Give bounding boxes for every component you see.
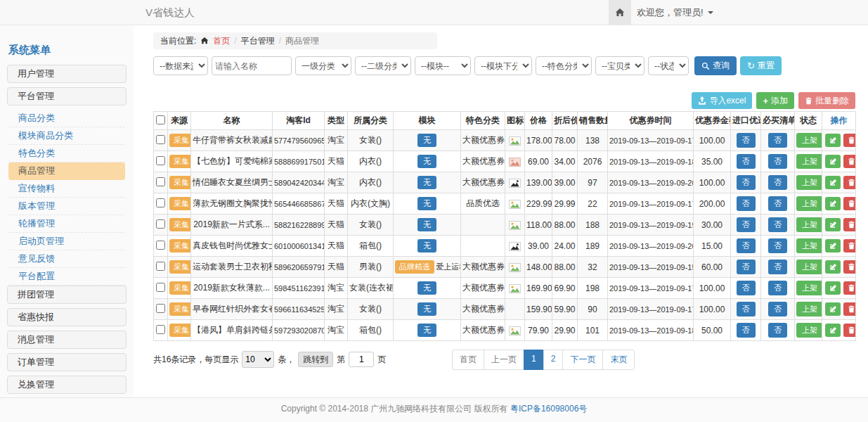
delete-button[interactable]: [843, 302, 856, 316]
row-checkbox[interactable]: [156, 219, 165, 229]
search-button[interactable]: 查询: [694, 56, 737, 75]
mustbuy-toggle-button[interactable]: 否: [768, 323, 787, 338]
import-toggle-button[interactable]: 否: [737, 154, 756, 169]
delete-button[interactable]: [843, 324, 856, 337]
edit-button[interactable]: [825, 134, 841, 147]
sidebar-group[interactable]: 兑换管理: [7, 376, 127, 394]
mustbuy-toggle-button[interactable]: 否: [768, 175, 787, 190]
sidebar-item[interactable]: 商品分类: [8, 110, 125, 127]
filter-select[interactable]: --状态--: [648, 56, 689, 75]
sidebar-item[interactable]: 版本管理: [8, 198, 125, 215]
import-toggle-button[interactable]: 否: [737, 302, 756, 316]
status-button[interactable]: 上架: [796, 133, 822, 148]
edit-button[interactable]: [825, 155, 841, 168]
row-checkbox[interactable]: [156, 283, 165, 292]
edit-button[interactable]: [825, 176, 841, 189]
filter-select[interactable]: --二级分类--: [355, 56, 411, 75]
edit-button[interactable]: [825, 281, 841, 295]
row-checkbox[interactable]: [156, 262, 165, 271]
edit-button[interactable]: [825, 302, 841, 316]
row-checkbox[interactable]: [156, 198, 165, 207]
delete-button[interactable]: [843, 155, 856, 168]
status-button[interactable]: 上架: [796, 260, 822, 274]
row-checkbox[interactable]: [156, 156, 165, 165]
page-button[interactable]: 下一页: [562, 350, 603, 370]
sidebar-item[interactable]: 宣传物料: [8, 180, 125, 198]
sidebar-group[interactable]: 拼团管理: [7, 286, 127, 304]
edit-button[interactable]: [825, 197, 841, 210]
filter-select[interactable]: 一级分类: [295, 56, 351, 75]
delete-button[interactable]: [843, 218, 856, 231]
row-checkbox[interactable]: [156, 135, 165, 144]
page-button[interactable]: 1: [524, 350, 544, 370]
row-checkbox[interactable]: [156, 304, 165, 313]
sidebar-group[interactable]: 用户管理: [7, 65, 127, 83]
import-toggle-button[interactable]: 否: [737, 260, 756, 274]
page-button[interactable]: 2: [543, 350, 564, 370]
page-number-input[interactable]: [349, 352, 374, 367]
import-excel-button[interactable]: 导入excel: [692, 92, 752, 109]
status-button[interactable]: 上架: [796, 154, 822, 169]
import-toggle-button[interactable]: 否: [737, 175, 756, 190]
status-button[interactable]: 上架: [796, 302, 822, 316]
mustbuy-toggle-button[interactable]: 否: [768, 302, 787, 316]
status-button[interactable]: 上架: [796, 175, 822, 190]
edit-button[interactable]: [825, 218, 841, 231]
sidebar-item[interactable]: 意见反馈: [8, 250, 125, 268]
row-checkbox[interactable]: [156, 241, 165, 250]
filter-select[interactable]: --数据来源--: [153, 56, 208, 75]
name-search-input[interactable]: [212, 56, 292, 75]
mustbuy-toggle-button[interactable]: 否: [768, 281, 787, 295]
status-button[interactable]: 上架: [796, 238, 822, 253]
status-button[interactable]: 上架: [796, 281, 822, 295]
import-toggle-button[interactable]: 否: [737, 217, 756, 232]
edit-button[interactable]: [825, 260, 841, 274]
status-button[interactable]: 上架: [796, 323, 822, 338]
filter-select[interactable]: --模块--: [415, 56, 471, 75]
import-toggle-button[interactable]: 否: [737, 133, 756, 148]
home-button[interactable]: [609, 0, 631, 25]
icp-link[interactable]: 粤ICP备16098006号: [510, 404, 587, 414]
sidebar-group[interactable]: 订单管理: [7, 353, 127, 371]
filter-select[interactable]: --模块下分类--: [474, 56, 532, 75]
row-checkbox[interactable]: [156, 325, 165, 334]
add-button[interactable]: + 添加: [756, 92, 794, 109]
reset-button[interactable]: ↻ 重置: [740, 56, 782, 75]
sidebar-group[interactable]: 平台管理: [7, 87, 127, 106]
row-checkbox[interactable]: [156, 177, 165, 186]
sidebar-item[interactable]: 特色分类: [8, 145, 125, 162]
mustbuy-toggle-button[interactable]: 否: [768, 260, 787, 274]
user-menu[interactable]: 欢迎您，管理员!: [637, 0, 713, 25]
jump-button[interactable]: 跳转到: [298, 352, 333, 367]
import-toggle-button[interactable]: 否: [737, 281, 756, 295]
sidebar-group[interactable]: 省惠快报: [7, 308, 127, 326]
per-page-select[interactable]: 10: [242, 351, 274, 368]
mustbuy-toggle-button[interactable]: 否: [768, 238, 787, 253]
edit-button[interactable]: [825, 239, 841, 252]
delete-button[interactable]: [843, 197, 856, 210]
sidebar-item[interactable]: 启动页管理: [8, 233, 125, 250]
breadcrumb-home-link[interactable]: 首页: [213, 35, 230, 47]
page-button[interactable]: 上一页: [484, 350, 524, 370]
import-toggle-button[interactable]: 否: [737, 323, 756, 338]
delete-button[interactable]: [843, 281, 856, 295]
page-button[interactable]: 首页: [452, 350, 484, 370]
status-button[interactable]: 上架: [796, 196, 822, 211]
import-toggle-button[interactable]: 否: [737, 238, 756, 253]
filter-select[interactable]: --特色分类--: [536, 56, 592, 75]
delete-button[interactable]: [843, 260, 856, 274]
mustbuy-toggle-button[interactable]: 否: [768, 133, 787, 148]
sidebar-item[interactable]: 平台配置: [8, 268, 125, 286]
sidebar-item[interactable]: 模块商品分类: [8, 127, 125, 145]
status-button[interactable]: 上架: [796, 217, 822, 232]
mustbuy-toggle-button[interactable]: 否: [768, 196, 787, 211]
delete-button[interactable]: [843, 239, 856, 252]
sidebar-group[interactable]: 消息管理: [7, 331, 127, 349]
import-toggle-button[interactable]: 否: [737, 196, 756, 211]
delete-button[interactable]: [843, 134, 856, 147]
filter-select[interactable]: --宝贝类型--: [595, 56, 644, 75]
sidebar-item[interactable]: 轮播管理: [8, 215, 125, 233]
mustbuy-toggle-button[interactable]: 否: [768, 217, 787, 232]
edit-button[interactable]: [825, 324, 841, 337]
sidebar-item[interactable]: 商品管理: [8, 162, 125, 180]
